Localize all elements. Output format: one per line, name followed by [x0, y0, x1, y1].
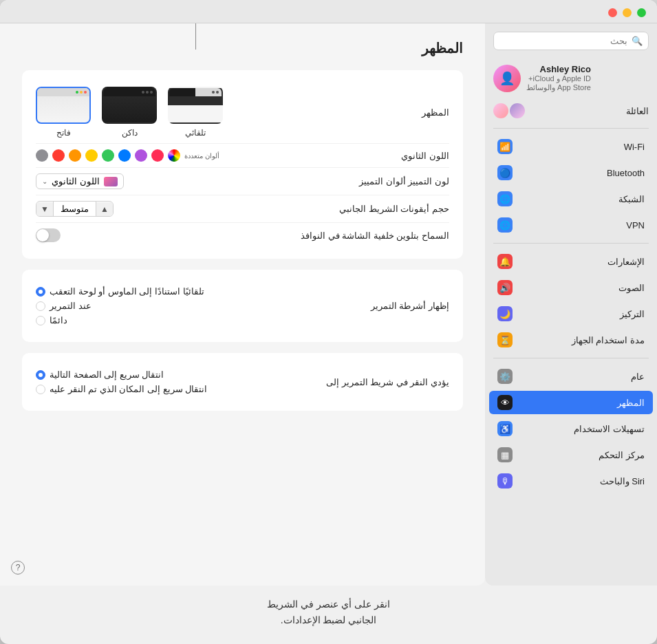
sound-icon: 🔊 — [497, 280, 513, 295]
system-preferences-window: 🔍 👤 Ashley Rico Apple ID و iCloud+ App S… — [0, 0, 657, 644]
stepper-value: متوسط — [53, 202, 96, 216]
appearance-thumb-light[interactable] — [36, 87, 91, 124]
window-tinting-row: السماح بتلوين خلفية الشاشة في النوافذ — [36, 222, 449, 248]
swatch-purple[interactable] — [135, 149, 147, 162]
chevron-down-icon: ⌄ — [42, 178, 47, 185]
scrollbar-option-auto[interactable]: تلقائيًا استنادًا إلى الماوس أو لوحة الت… — [36, 286, 204, 297]
color-swatches: ألوان متعددة — [36, 149, 222, 162]
sidebar-item-focus[interactable]: 🌙 التركيز — [489, 302, 653, 325]
radio-circle-always[interactable] — [36, 316, 45, 325]
toggle-knob — [36, 229, 49, 242]
swatch-gray[interactable] — [36, 149, 48, 162]
radio-label-always: دائمًا — [50, 315, 67, 325]
help-button[interactable]: ? — [11, 561, 25, 575]
sidebar-item-vpn[interactable]: 🌐 VPN — [489, 213, 653, 237]
highlight-color-picker[interactable]: اللون الثانوي ⌄ — [36, 173, 124, 189]
swatch-yellow[interactable] — [85, 149, 98, 162]
main-content: اختر نظام الألوان لـ Mac. المظهر — [0, 23, 485, 586]
scrollbar-section: تلقائيًا استنادًا إلى الماوس أو لوحة الت… — [22, 270, 463, 342]
stepper-up-button[interactable]: ▲ — [96, 202, 113, 216]
window-tinting-toggle[interactable] — [36, 228, 61, 242]
swatch-orange[interactable] — [69, 149, 81, 162]
sidebar-item-network[interactable]: 🌐 الشبكة — [489, 187, 653, 211]
minimize-button[interactable] — [623, 8, 632, 17]
radio-label-click-location: انتقال سريع إلى المكان الذي تم النقر علي… — [50, 384, 207, 394]
sidebar-item-label: الإشعارات — [518, 257, 645, 267]
sidebar-item-sound[interactable]: 🔊 الصوت — [489, 276, 653, 299]
sidebar-item-label: الصوت — [518, 283, 645, 293]
swatch-pink[interactable] — [151, 149, 164, 162]
radio-circle-when-scrolling[interactable] — [36, 301, 45, 311]
appearance-section: فاتح — [22, 70, 463, 259]
swatch-red[interactable] — [52, 149, 65, 162]
window-tinting-label: السماح بتلوين خلفية الشاشة في النوافذ — [301, 230, 449, 241]
bottom-annotation-text: انقر على أي عنصر في الشريط الجانبي لضبط … — [22, 597, 635, 627]
appearance-thumb-auto[interactable] — [168, 87, 223, 124]
scrollbar-option-always[interactable]: دائمًا — [36, 315, 67, 325]
avatar: 👤 — [493, 65, 521, 92]
wifi-icon: 📶 — [497, 139, 513, 154]
click-scroll-option-next-page[interactable]: انتقال سريع إلى الصفحة التالية — [36, 369, 164, 380]
bluetooth-icon: 🔵 — [497, 165, 513, 180]
sidebar-item-notifications[interactable]: 🔔 الإشعارات — [489, 250, 653, 273]
sidebar-item-label: المظهر — [518, 398, 645, 408]
family-avatars — [493, 103, 525, 118]
swatch-multicolor[interactable] — [168, 149, 180, 162]
appearance-thumb-dark[interactable] — [102, 87, 157, 124]
family-label: العائلة — [530, 106, 649, 116]
sidebar-item-label: الشبكة — [518, 194, 645, 204]
sidebar-user[interactable]: 👤 Ashley Rico Apple ID و iCloud+ App Sto… — [485, 58, 657, 98]
sidebar-item-screentime[interactable]: ⏳ مدة استخدام الجهاز — [489, 328, 653, 352]
sidebar-item-label: مدة استخدام الجهاز — [518, 335, 645, 345]
radio-circle-auto[interactable] — [36, 287, 45, 297]
bottom-annotation: انقر على أي عنصر في الشريط الجانبي لضبط … — [0, 586, 657, 644]
user-info: Ashley Rico Apple ID و iCloud+ App Store… — [526, 64, 591, 92]
vpn-icon: 🌐 — [497, 217, 513, 233]
appearance-option-dark[interactable]: داكن — [102, 87, 157, 138]
annotation-line — [195, 23, 196, 50]
sidebar-item-appearance[interactable]: 👁 المظهر — [489, 391, 653, 414]
accessibility-icon: ♿ — [497, 421, 513, 436]
appearance-option-light[interactable]: فاتح — [36, 87, 91, 138]
sidebar: 🔍 👤 Ashley Rico Apple ID و iCloud+ App S… — [485, 23, 657, 586]
sidebar-item-label: VPN — [518, 220, 645, 230]
search-input[interactable] — [499, 36, 627, 46]
appearance-option-auto[interactable]: تلقائي — [168, 87, 223, 138]
scrollbar-row: تلقائيًا استنادًا إلى الماوس أو لوحة الت… — [36, 281, 449, 331]
sidebar-item-label: تسهيلات الاستخدام — [518, 424, 645, 434]
close-button[interactable] — [608, 8, 617, 17]
search-box[interactable]: 🔍 — [493, 32, 649, 50]
appearance-label-auto: تلقائي — [185, 128, 206, 138]
swatch-green[interactable] — [102, 149, 114, 162]
scrollbar-option-when-scrolling[interactable]: عند التمرير — [36, 301, 91, 311]
swatch-blue[interactable] — [118, 149, 131, 162]
sidebar-item-bluetooth[interactable]: 🔵 Bluetooth — [489, 161, 653, 184]
sidebar-item-control[interactable]: ▦ مركز التحكم — [489, 443, 653, 466]
radio-circle-next-page[interactable] — [36, 370, 45, 380]
maximize-button[interactable] — [637, 8, 646, 17]
sidebar-item-label: Siri والباحث — [518, 476, 645, 486]
scrollbar-label: إظهار أشرطة التمرير — [371, 301, 449, 311]
highlight-color-value: اللون الثانوي — [52, 176, 100, 186]
general-icon: ⚙️ — [497, 369, 513, 384]
sidebar-icon-size-stepper[interactable]: ▲ متوسط ▼ — [36, 201, 114, 217]
click-scroll-label: يؤدي النقر في شريط التمرير إلى — [326, 377, 449, 387]
siri-icon: 🎙 — [497, 473, 513, 489]
user-sub2: App Store والوسائط — [526, 83, 591, 92]
sidebar-item-siri[interactable]: 🎙 Siri والباحث — [489, 469, 653, 493]
sidebar-item-label: التركيز — [518, 309, 645, 319]
radio-circle-click-location[interactable] — [36, 385, 45, 394]
stepper-down-button[interactable]: ▼ — [36, 202, 53, 216]
radio-label-next-page: انتقال سريع إلى الصفحة التالية — [50, 369, 164, 380]
radio-label-when-scrolling: عند التمرير — [50, 301, 91, 311]
sidebar-item-accessibility[interactable]: ♿ تسهيلات الاستخدام — [489, 417, 653, 440]
sidebar-item-family[interactable]: العائلة — [485, 99, 657, 122]
sidebar-item-wifi[interactable]: 📶 Wi-Fi — [489, 135, 653, 158]
accent-color-row: ألوان متعددة اللون الثانوي — [36, 143, 449, 167]
click-scroll-option-click-location[interactable]: انتقال سريع إلى المكان الذي تم النقر علي… — [36, 384, 207, 394]
sidebar-item-general[interactable]: ⚙️ عام — [489, 365, 653, 388]
multicolor-label: ألوان متعددة — [184, 152, 219, 160]
click-scroll-options: انتقال سريع إلى الصفحة التالية انتقال سر… — [36, 369, 207, 394]
appearance-label-light: فاتح — [56, 128, 71, 138]
sidebar-icon-size-label: حجم أيقونات الشريط الجانبي — [339, 204, 449, 214]
